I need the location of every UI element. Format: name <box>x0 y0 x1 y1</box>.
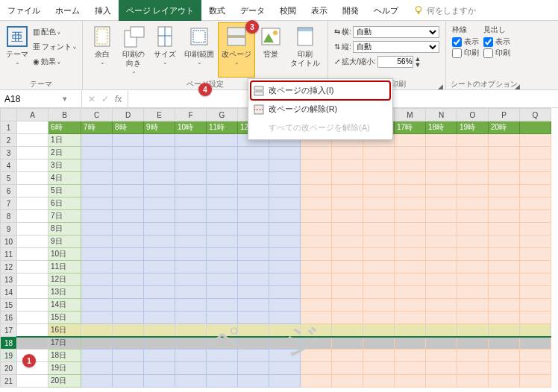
tab-review[interactable]: 校閲 <box>272 0 304 21</box>
cell[interactable] <box>301 362 332 375</box>
cell[interactable] <box>363 274 395 286</box>
cell[interactable] <box>207 375 238 388</box>
cell[interactable]: 5日 <box>48 185 81 197</box>
cell[interactable] <box>426 299 457 312</box>
cell[interactable] <box>175 312 207 324</box>
cell[interactable] <box>238 286 269 299</box>
cell[interactable] <box>332 185 363 197</box>
cell[interactable] <box>238 159 269 172</box>
cell[interactable] <box>207 286 238 299</box>
sheet-options-launcher[interactable]: ◢ <box>515 83 520 90</box>
cell[interactable] <box>175 197 207 210</box>
row-header[interactable]: 15 <box>1 299 17 312</box>
cell[interactable] <box>332 261 363 274</box>
cell[interactable] <box>144 223 175 235</box>
cell[interactable]: 14日 <box>48 299 81 312</box>
cell[interactable] <box>207 235 238 248</box>
cell[interactable] <box>238 350 269 362</box>
cell[interactable] <box>175 134 207 147</box>
column-header[interactable]: M <box>395 109 426 121</box>
column-header[interactable]: N <box>426 109 457 121</box>
cell[interactable] <box>520 286 551 299</box>
cell[interactable] <box>332 375 363 388</box>
cell[interactable] <box>238 223 269 235</box>
cell[interactable] <box>207 210 238 223</box>
cell[interactable] <box>301 261 332 274</box>
cell[interactable] <box>426 286 457 299</box>
cell[interactable] <box>363 312 395 324</box>
cell[interactable] <box>426 197 457 210</box>
enter-formula-icon[interactable]: ✓ <box>101 94 109 104</box>
cell[interactable] <box>489 375 520 388</box>
cell[interactable] <box>144 147 175 159</box>
cell[interactable] <box>238 362 269 375</box>
column-header[interactable]: O <box>457 109 489 121</box>
cell[interactable] <box>395 172 426 185</box>
row-header[interactable]: 18 <box>1 337 17 350</box>
row-header[interactable]: 3 <box>1 147 17 159</box>
cell[interactable] <box>81 286 113 299</box>
cell[interactable] <box>395 286 426 299</box>
cell[interactable] <box>301 185 332 197</box>
breaks-button[interactable]: 3 改ページ⌄ <box>219 23 254 77</box>
cell[interactable] <box>81 337 113 350</box>
cell[interactable] <box>207 362 238 375</box>
cell[interactable] <box>238 324 269 337</box>
cell[interactable] <box>81 261 113 274</box>
cell[interactable] <box>301 223 332 235</box>
cell[interactable]: 4日 <box>48 172 81 185</box>
scale-launcher[interactable]: ◢ <box>438 83 443 90</box>
cell[interactable]: 8時 <box>113 121 144 134</box>
cell[interactable] <box>489 235 520 248</box>
cell[interactable] <box>238 172 269 185</box>
cell[interactable] <box>113 312 144 324</box>
cell[interactable]: 12日 <box>48 274 81 286</box>
spinner-icon[interactable]: ▲▼ <box>415 56 421 68</box>
cell[interactable] <box>269 324 301 337</box>
cell[interactable] <box>113 147 144 159</box>
cell[interactable] <box>520 159 551 172</box>
cell[interactable] <box>17 223 48 235</box>
cell[interactable] <box>144 350 175 362</box>
headings-view-check[interactable]: 表示 <box>483 37 510 47</box>
scale-height-select[interactable]: 自動 <box>353 41 439 53</box>
column-header[interactable]: F <box>175 109 207 121</box>
cell[interactable] <box>17 235 48 248</box>
cell[interactable] <box>520 248 551 261</box>
cell[interactable] <box>269 210 301 223</box>
cell[interactable] <box>175 274 207 286</box>
cell[interactable] <box>457 350 489 362</box>
cell[interactable] <box>457 210 489 223</box>
cell[interactable] <box>301 235 332 248</box>
cell[interactable] <box>363 235 395 248</box>
cell[interactable] <box>81 210 113 223</box>
cell[interactable] <box>363 286 395 299</box>
name-box-dropdown[interactable]: ▾ <box>60 94 70 104</box>
tab-file[interactable]: ファイル <box>0 0 48 21</box>
cell[interactable] <box>17 121 48 134</box>
cell[interactable] <box>238 235 269 248</box>
cell[interactable] <box>17 337 48 350</box>
cell[interactable] <box>520 147 551 159</box>
cell[interactable] <box>426 159 457 172</box>
cell[interactable] <box>520 362 551 375</box>
cell[interactable] <box>489 197 520 210</box>
cell[interactable] <box>175 248 207 261</box>
cell[interactable] <box>81 248 113 261</box>
cell[interactable] <box>363 362 395 375</box>
cell[interactable] <box>332 172 363 185</box>
cell[interactable] <box>363 223 395 235</box>
cell[interactable] <box>81 350 113 362</box>
row-header[interactable]: 8 <box>1 210 17 223</box>
cell[interactable] <box>113 185 144 197</box>
cell[interactable] <box>426 337 457 350</box>
cell[interactable] <box>81 362 113 375</box>
column-header[interactable]: G <box>207 109 238 121</box>
cell[interactable] <box>113 134 144 147</box>
row-header[interactable]: 16 <box>1 312 17 324</box>
cell[interactable] <box>17 375 48 388</box>
cell[interactable] <box>395 337 426 350</box>
cell[interactable] <box>457 159 489 172</box>
cell[interactable] <box>175 375 207 388</box>
cell[interactable] <box>207 274 238 286</box>
